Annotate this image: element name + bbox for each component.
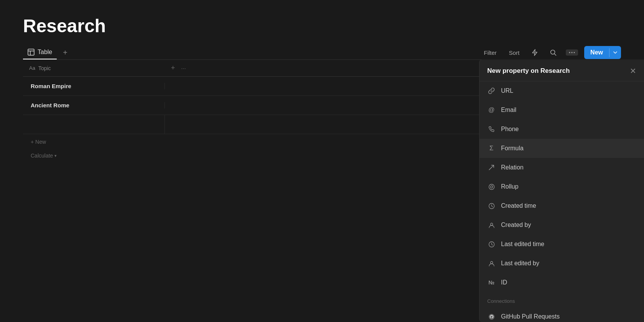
svg-point-11 — [490, 223, 493, 225]
last-edited-time-label: Last edited time — [501, 241, 544, 248]
row-topic-ancient-rome: Ancient Rome — [23, 102, 165, 108]
last-edited-by-label: Last edited by — [501, 260, 539, 267]
last-edited-time-icon — [487, 240, 496, 248]
panel-close-button[interactable]: ✕ — [630, 67, 636, 75]
calculate-label: Calculate — [31, 153, 53, 159]
toolbar-left: Table + — [23, 46, 71, 59]
search-button[interactable] — [547, 47, 560, 58]
tab-table-label: Table — [38, 49, 52, 56]
email-label: Email — [501, 107, 516, 113]
panel-item-id[interactable]: № ID — [480, 273, 644, 292]
panel-item-created-time[interactable]: Created time — [480, 196, 644, 215]
id-icon: № — [487, 278, 496, 287]
panel-item-github[interactable]: GitHub Pull Requests — [480, 307, 644, 322]
topic-col-icon: Aa — [29, 65, 35, 71]
page-title: Research — [23, 15, 621, 36]
more-options-button[interactable] — [566, 49, 578, 56]
toolbar-right: Filter Sort — [481, 46, 621, 59]
svg-line-4 — [554, 54, 556, 56]
search-icon — [550, 49, 557, 56]
svg-rect-0 — [28, 49, 34, 55]
sort-button[interactable]: Sort — [506, 48, 523, 58]
topic-col-label: Topic — [38, 65, 51, 71]
dots-icon — [569, 52, 575, 53]
panel-item-email[interactable]: @ Email — [480, 100, 644, 120]
panel-item-url[interactable]: URL — [480, 81, 644, 100]
tab-table[interactable]: Table — [23, 46, 57, 59]
column-options-icon[interactable]: ··· — [181, 65, 186, 71]
connections-section-header: Connections — [480, 292, 644, 307]
phone-label: Phone — [501, 126, 519, 133]
svg-point-7 — [574, 52, 575, 53]
column-header-actions: + ··· — [165, 64, 192, 72]
add-row-button[interactable]: + New — [23, 134, 54, 150]
add-view-button[interactable]: + — [60, 47, 71, 59]
created-time-label: Created time — [501, 202, 536, 209]
rollup-icon — [487, 182, 496, 191]
id-label: ID — [501, 279, 507, 286]
new-button[interactable]: New — [584, 46, 609, 59]
main-content: Research Table + Filter Sort — [0, 0, 644, 162]
chevron-down-icon — [613, 51, 617, 54]
url-label: URL — [501, 87, 513, 94]
filter-button[interactable]: Filter — [481, 48, 499, 58]
created-by-icon — [487, 221, 496, 229]
row-topic-roman-empire: Roman Empire — [23, 83, 165, 89]
github-label: GitHub Pull Requests — [501, 313, 560, 320]
svg-point-13 — [490, 261, 493, 264]
github-icon — [487, 312, 496, 321]
row-empty-left — [23, 115, 165, 134]
new-button-group: New — [584, 46, 621, 59]
last-edited-by-icon — [487, 259, 496, 268]
created-by-label: Created by — [501, 222, 531, 228]
rollup-label: Rollup — [501, 183, 518, 190]
panel-title: New property on Research — [487, 67, 570, 75]
relation-icon — [487, 163, 496, 172]
relation-label: Relation — [501, 164, 524, 171]
panel-item-formula[interactable]: Σ Formula — [480, 139, 644, 158]
svg-point-5 — [569, 52, 570, 53]
lightning-button[interactable] — [529, 47, 541, 58]
new-button-dropdown[interactable] — [609, 48, 621, 57]
panel-item-last-edited-time[interactable]: Last edited time — [480, 235, 644, 254]
phone-icon — [487, 125, 496, 133]
panel-header: New property on Research ✕ — [480, 59, 644, 81]
toolbar: Table + Filter Sort — [23, 46, 621, 59]
panel-list: URL @ Email Phone Σ Formula — [480, 81, 644, 322]
add-column-button[interactable]: + — [171, 64, 175, 72]
formula-label: Formula — [501, 145, 524, 152]
svg-point-9 — [490, 186, 493, 188]
calculate-chevron: ▾ — [54, 153, 57, 158]
panel-item-created-by[interactable]: Created by — [480, 215, 644, 235]
svg-point-6 — [572, 52, 573, 53]
created-time-icon — [487, 202, 496, 210]
column-topic: Aa Topic — [23, 65, 165, 71]
table-icon — [28, 49, 34, 56]
panel-item-last-edited-by[interactable]: Last edited by — [480, 254, 644, 273]
panel-item-rollup[interactable]: Rollup — [480, 177, 644, 196]
svg-point-14 — [489, 314, 495, 320]
svg-point-8 — [489, 184, 494, 189]
lightning-icon — [532, 49, 538, 56]
panel-item-phone[interactable]: Phone — [480, 120, 644, 139]
formula-icon: Σ — [487, 144, 496, 153]
panel-item-relation[interactable]: Relation — [480, 158, 644, 177]
email-icon: @ — [487, 106, 496, 114]
property-panel: New property on Research ✕ URL @ Email — [479, 59, 644, 322]
url-icon — [487, 87, 496, 95]
